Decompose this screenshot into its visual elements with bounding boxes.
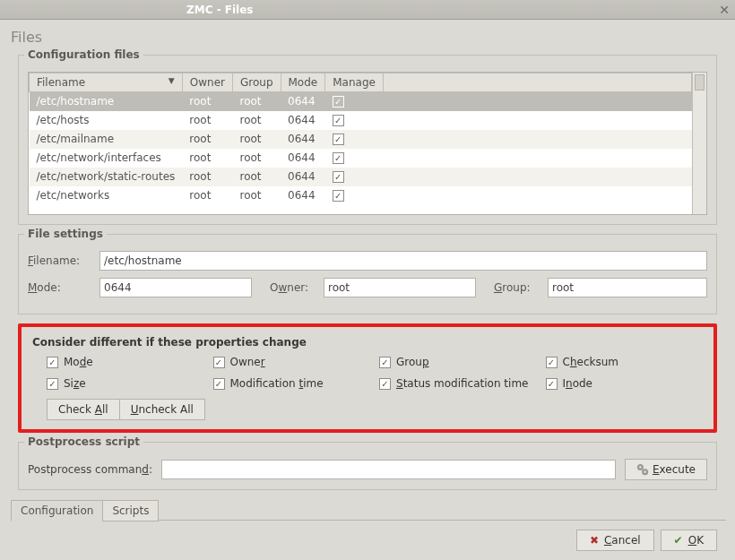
checkbox-label: Status modification time [396,377,528,390]
uncheck-all-button[interactable]: Uncheck All [119,399,205,420]
checkbox-icon[interactable] [333,171,344,183]
checkbox-icon[interactable] [213,378,225,390]
checkbox-label: Owner [230,356,265,368]
cell-owner: root [182,92,232,111]
scrollbar-thumb[interactable] [695,74,705,90]
col-group[interactable]: Group [232,73,281,92]
checkbox-icon[interactable] [333,115,344,126]
checkbox-icon[interactable] [333,96,344,108]
check-all-button[interactable]: Check All [47,399,120,420]
checkbox-icon[interactable] [379,378,391,390]
close-icon[interactable]: ✕ [717,3,731,17]
consider-title: Consider different if these properties c… [32,336,703,349]
consider-checkbox[interactable]: Checksum [546,356,704,368]
cell-filename: /etc/networks [30,186,183,205]
checkbox-icon[interactable] [333,152,344,164]
page-title: Files [11,29,726,46]
consider-checkbox[interactable]: Group [379,356,537,368]
checkbox-icon[interactable] [546,378,558,390]
ok-button[interactable]: ✔ OK [661,530,717,551]
cell-manage[interactable] [325,186,384,205]
cell-manage[interactable] [325,111,384,130]
window-title: ZMC - Files [186,4,254,16]
mode-label: Mode: [28,281,91,294]
cell-owner: root [182,149,232,168]
postprocess-field[interactable] [161,460,616,479]
cell-group: root [232,149,281,168]
checkbox-icon[interactable] [546,357,558,368]
consider-checkbox[interactable]: Inode [546,377,704,390]
cell-owner: root [182,168,232,186]
table-row[interactable]: /etc/network/static-routesrootroot0644 [30,168,692,186]
svg-point-2 [639,466,642,469]
checkbox-label: Inode [563,377,593,390]
gear-icon [636,463,649,476]
consider-checkbox[interactable]: Size [47,377,204,390]
cell-group: root [232,111,281,130]
col-mode[interactable]: Mode [281,73,325,92]
filename-field[interactable] [99,251,707,271]
file-settings-title: File settings [24,228,107,240]
tab-configuration[interactable]: Configuration [11,500,103,521]
cell-manage[interactable] [325,149,384,168]
cell-manage[interactable] [325,92,384,111]
checkbox-icon[interactable] [213,357,225,368]
checkbox-icon[interactable] [47,357,58,368]
cancel-icon: ✖ [590,534,599,547]
consider-checkbox[interactable]: Owner [213,356,371,368]
cell-mode: 0644 [281,92,325,111]
cell-owner: root [182,111,232,130]
cell-mode: 0644 [281,168,325,186]
consider-checkbox[interactable]: Status modification time [379,377,537,390]
consider-checkbox[interactable]: Modification time [213,377,371,390]
cell-group: root [232,92,281,111]
cell-group: root [232,186,281,205]
table-row[interactable]: /etc/hostsrootroot0644 [30,111,692,130]
col-manage[interactable]: Manage [325,73,384,92]
checkbox-icon[interactable] [333,190,344,202]
cell-filename: /etc/hosts [30,111,183,130]
table-row[interactable]: /etc/hostnamerootroot0644 [30,92,692,111]
cancel-button[interactable]: ✖ Cancel [576,530,654,551]
checkbox-icon[interactable] [47,378,58,390]
col-owner[interactable]: Owner [182,73,232,92]
table-row[interactable]: /etc/mailnamerootroot0644 [30,130,692,149]
table-row[interactable]: /etc/networksrootroot0644 [30,186,692,205]
group-label: Group: [494,281,539,294]
cell-filename: /etc/mailname [30,130,183,149]
consider-checkbox[interactable]: Mode [47,356,204,368]
tabs: ConfigurationScripts [11,499,726,521]
cell-group: root [232,130,281,149]
checkbox-label: Group [396,356,429,368]
cell-mode: 0644 [281,130,325,149]
cell-mode: 0644 [281,111,325,130]
cell-mode: 0644 [281,186,325,205]
cell-manage[interactable] [325,130,384,149]
col-filename[interactable]: Filename ▼ [30,73,183,92]
tab-scripts[interactable]: Scripts [102,500,159,521]
cell-group: root [232,168,281,186]
cell-owner: root [182,130,232,149]
ok-icon: ✔ [674,534,683,547]
postprocess-frame: Postprocess script Postprocess command: … [18,442,717,490]
scrollbar[interactable] [692,73,706,214]
postprocess-label: Postprocess command: [28,463,152,476]
table-row[interactable]: /etc/network/interfacesrootroot0644 [30,149,692,168]
group-field[interactable] [548,278,707,297]
postprocess-title: Postprocess script [24,435,143,448]
svg-point-3 [644,470,646,473]
mode-field[interactable] [99,278,252,297]
file-settings-frame: File settings Filename: Mode: Owner: Gro… [18,234,717,314]
cell-filename: /etc/hostname [30,92,183,111]
checkbox-label: Size [64,377,86,390]
checkbox-icon[interactable] [333,134,344,145]
execute-button[interactable]: Execute [625,459,707,480]
chevron-down-icon: ▼ [169,76,175,85]
cell-mode: 0644 [281,149,325,168]
config-files-table: Filename ▼ Owner Group Mode Manage /etc/… [28,72,707,215]
cell-manage[interactable] [325,168,384,186]
cell-filename: /etc/network/interfaces [30,149,183,168]
cell-owner: root [182,186,232,205]
owner-field[interactable] [324,278,476,297]
checkbox-icon[interactable] [379,357,391,368]
